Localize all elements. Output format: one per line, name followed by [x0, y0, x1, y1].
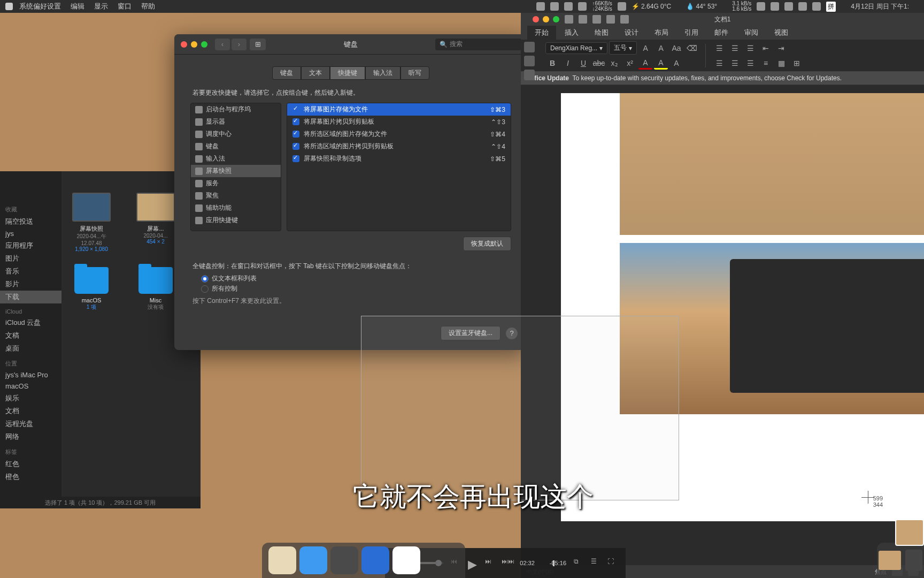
tab-view[interactable]: 视图	[767, 26, 796, 40]
tab-shortcuts[interactable]: 快捷键	[330, 66, 365, 80]
category-input[interactable]: 输入法	[191, 153, 281, 165]
prefs-search[interactable]: 🔍 搜索	[435, 39, 522, 50]
font-select[interactable]: DengXian Reg... ▾	[545, 42, 607, 54]
sidebar-macos[interactable]: macOS	[0, 381, 61, 392]
sidebar-imac[interactable]: jys's iMac Pro	[0, 369, 61, 381]
line-spacing-button[interactable]: ≡	[759, 57, 773, 70]
tab-input[interactable]: 输入法	[365, 66, 401, 80]
menu-help[interactable]: 帮助	[141, 2, 155, 11]
volume-icon[interactable]	[798, 2, 807, 11]
align-right-button[interactable]: ☰	[743, 57, 757, 70]
step-forward-button[interactable]: ⏭	[485, 558, 495, 568]
increase-indent-button[interactable]: ⇥	[774, 42, 788, 55]
sidebar-apps[interactable]: 应用程序	[0, 239, 61, 252]
sidebar-documents[interactable]: 文稿	[0, 329, 61, 342]
notify-icon[interactable]	[550, 2, 559, 11]
category-launchpad[interactable]: 启动台与程序坞	[191, 103, 281, 116]
decrease-indent-button[interactable]: ⇤	[759, 42, 773, 55]
highlight-button[interactable]: A	[654, 57, 668, 70]
category-keyboard[interactable]: 键盘	[191, 140, 281, 153]
pip-button[interactable]: ⧉	[574, 558, 583, 568]
back-button[interactable]: ‹	[215, 39, 230, 50]
shortcut-row[interactable]: 屏幕快照和录制选项⇧⌘5	[287, 153, 511, 165]
change-case-button[interactable]: Aa	[669, 42, 683, 55]
shortcut-row[interactable]: 将屏幕图片拷贝到剪贴板⌃⇧3	[287, 116, 511, 128]
folder-item[interactable]: Misc 没有项	[131, 267, 180, 311]
close-button[interactable]	[181, 41, 187, 48]
grow-font-button[interactable]: A	[638, 42, 652, 55]
bullet-list-button[interactable]: ☰	[712, 42, 726, 55]
sidebar-pictures[interactable]: 图片	[0, 252, 61, 265]
undo-icon[interactable]	[592, 15, 601, 24]
subscript-button[interactable]: x₂	[607, 57, 621, 70]
dock-notes-icon[interactable]	[268, 546, 296, 574]
dock-chrome-icon[interactable]	[392, 546, 420, 574]
home-icon[interactable]	[565, 15, 573, 24]
show-all-button[interactable]: ⊞	[250, 39, 266, 50]
menu-window[interactable]: 窗口	[118, 2, 132, 11]
wechat-icon[interactable]	[536, 2, 545, 11]
sidebar-docs[interactable]: 文档	[0, 405, 61, 417]
trash-icon[interactable]	[905, 550, 922, 571]
tab-keyboard[interactable]: 键盘	[272, 66, 301, 80]
fullscreen-button[interactable]: ⛶	[607, 558, 617, 568]
sidebar-icloud[interactable]: iCloud 云盘	[0, 316, 61, 329]
menu-edit[interactable]: 编辑	[71, 2, 84, 11]
bold-button[interactable]: B	[545, 57, 559, 70]
radio-text-lists[interactable]: 仅文本框和列表	[201, 274, 500, 283]
number-list-button[interactable]: ☰	[728, 42, 742, 55]
category-display[interactable]: 显示器	[191, 116, 281, 128]
shortcut-row[interactable]: 将所选区域的图片存储为文件⇧⌘4	[287, 128, 511, 140]
tab-references[interactable]: 引用	[677, 26, 706, 40]
zoom-button[interactable]	[553, 16, 559, 22]
chapters-button[interactable]: ☰	[591, 558, 600, 568]
paste-icon[interactable]	[524, 42, 535, 52]
forward-button[interactable]: ›	[232, 39, 247, 50]
italic-button[interactable]: I	[561, 57, 575, 70]
format-painter-icon[interactable]	[524, 70, 535, 80]
inserted-image-1[interactable]	[620, 93, 924, 235]
play-button[interactable]: ▶	[468, 558, 478, 568]
save-icon[interactable]	[579, 15, 587, 24]
multilevel-list-button[interactable]: ☰	[743, 42, 757, 55]
category-appshort[interactable]: 应用快捷键	[191, 214, 281, 226]
fast-forward-button[interactable]: ⏭⏭	[502, 558, 512, 568]
file-item[interactable]: 屏幕... 2020-04... 454 × 2	[131, 193, 180, 252]
cut-icon[interactable]	[524, 56, 535, 66]
superscript-button[interactable]: x²	[623, 57, 637, 70]
sidebar-tag-red[interactable]: 红色	[0, 458, 61, 470]
apple-menu-icon[interactable]	[5, 3, 13, 10]
sidebar-tag-orange[interactable]: 橙色	[0, 470, 61, 483]
sidebar-remote[interactable]: 远程光盘	[0, 417, 61, 430]
redo-icon[interactable]	[606, 15, 615, 24]
tab-mailings[interactable]: 邮件	[707, 26, 736, 40]
file-item[interactable]: 屏幕快照 2020-04...午12.07.48 1,920 × 1,080	[67, 193, 116, 252]
airplay-icon[interactable]	[784, 2, 793, 11]
category-a11y[interactable]: 辅助功能	[191, 202, 281, 214]
shading-button[interactable]: ▦	[774, 57, 788, 70]
shortcut-row[interactable]: 将屏幕图片存储为文件⇧⌘3	[287, 103, 511, 116]
spacer-icon[interactable]	[618, 2, 626, 11]
sidebar-jys[interactable]: jys	[0, 228, 61, 239]
align-center-button[interactable]: ☰	[728, 57, 742, 70]
tab-layout[interactable]: 布局	[647, 26, 676, 40]
downloads-stack-icon[interactable]	[879, 551, 901, 570]
radio-all-controls[interactable]: 所有控制	[201, 284, 500, 293]
status-icon-2[interactable]	[578, 2, 587, 11]
sidebar-network[interactable]: 网络	[0, 430, 61, 443]
dock-finder-icon[interactable]	[299, 546, 327, 574]
siri-icon[interactable]	[812, 2, 821, 11]
sidebar-downloads[interactable]: 下载	[0, 291, 61, 303]
dock-launchpad-icon[interactable]	[330, 546, 358, 574]
wifi-icon[interactable]	[771, 2, 779, 11]
bluetooth-icon[interactable]	[757, 2, 765, 11]
sidebar-ent[interactable]: 娱乐	[0, 392, 61, 405]
category-services[interactable]: 服务	[191, 177, 281, 189]
borders-button[interactable]: ⊞	[790, 57, 804, 70]
font-color-button[interactable]: A	[638, 57, 652, 70]
dock-safari-icon[interactable]	[361, 546, 389, 574]
tab-design[interactable]: 设计	[617, 26, 646, 40]
minimize-button[interactable]	[191, 41, 197, 48]
minimize-button[interactable]	[543, 16, 549, 22]
print-icon[interactable]	[620, 15, 629, 24]
